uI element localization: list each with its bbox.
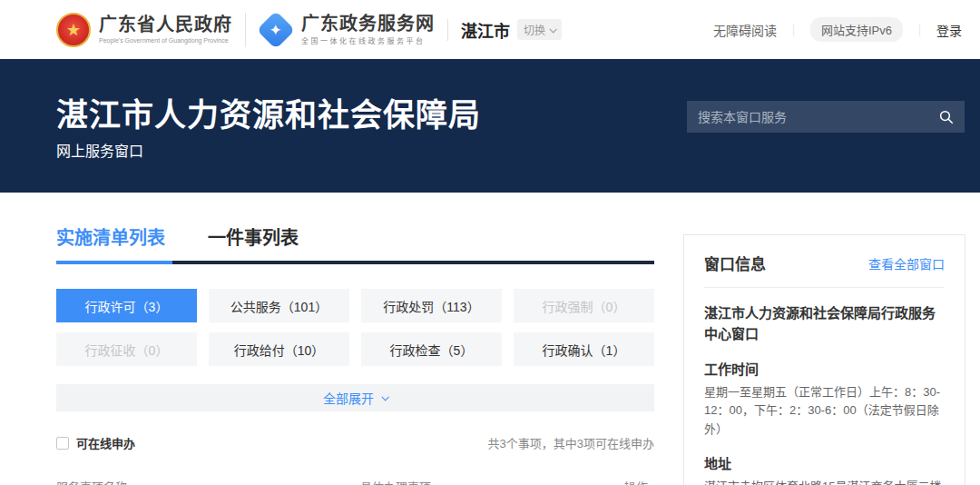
search-input[interactable] bbox=[687, 110, 928, 124]
work-time-text: 星期一至星期五（正常工作日）上午：8：30-12：00，下午：2：30-6：00… bbox=[704, 383, 945, 440]
expand-all-button[interactable]: 全部展开 bbox=[56, 384, 654, 411]
national-emblem-icon: ★ bbox=[56, 13, 91, 47]
top-links: 无障碍阅读 ｜ 网站支持IPv6 ｜ 登录 bbox=[713, 17, 962, 42]
online-filter-checkbox-wrap[interactable]: 可在线申办 bbox=[56, 434, 135, 451]
work-time-section: 工作时间 星期一至星期五（正常工作日）上午：8：30-12：00，下午：2：30… bbox=[704, 359, 945, 440]
divider bbox=[704, 287, 945, 288]
column-service-name: 服务事项名称 bbox=[56, 478, 127, 485]
category-administrative-penalty[interactable]: 行政处罚（113） bbox=[361, 289, 502, 322]
category-administrative-levy[interactable]: 行政征收（0） bbox=[56, 332, 197, 366]
service-logo-subtitle: 全国一体化在线政务服务平台 bbox=[301, 37, 435, 45]
chevron-down-icon bbox=[549, 25, 556, 33]
search-button[interactable] bbox=[928, 101, 965, 133]
service-list-header: 服务事项名称 具体办理事项 操作 bbox=[56, 478, 654, 485]
gov-logo-title: 广东省人民政府 bbox=[99, 15, 232, 35]
login-button[interactable]: 登录 bbox=[936, 21, 962, 39]
category-public-service[interactable]: 公共服务（101） bbox=[209, 289, 349, 322]
hero-banner: 湛江市人力资源和社会保障局 网上服务窗口 bbox=[0, 59, 980, 193]
items-count-summary: 共3个事项，其中3项可在线申办 bbox=[488, 434, 654, 451]
category-filter-grid: 行政许可（3） 公共服务（101） 行政处罚（113） 行政强制（0） 行政征收… bbox=[56, 289, 654, 366]
gov-logo-subtitle: People's Government of Guangdong Provinc… bbox=[99, 37, 232, 45]
service-logo-title: 广东政务服务网 bbox=[301, 14, 435, 35]
city-switch-button[interactable]: 切换 bbox=[517, 19, 562, 40]
work-time-heading: 工作时间 bbox=[704, 359, 945, 378]
search-icon bbox=[938, 109, 955, 125]
window-info-title: 窗口信息 bbox=[704, 252, 766, 274]
current-city: 湛江市 bbox=[461, 18, 510, 42]
tab-implementation-list[interactable]: 实施清单列表 bbox=[56, 223, 165, 250]
divider: ｜ bbox=[914, 21, 926, 38]
search-box bbox=[687, 101, 965, 133]
divider: ｜ bbox=[788, 21, 799, 38]
page-subtitle: 网上服务窗口 bbox=[56, 139, 143, 161]
address-heading: 地址 bbox=[704, 453, 945, 472]
category-administrative-payment[interactable]: 行政给付（10） bbox=[209, 332, 349, 366]
category-administrative-confirmation[interactable]: 行政确认（1） bbox=[514, 332, 654, 366]
tab-underline bbox=[56, 261, 654, 264]
category-administrative-license[interactable]: 行政许可（3） bbox=[56, 289, 197, 322]
ipv6-badge[interactable]: 网站支持IPv6 bbox=[810, 17, 903, 42]
tab-one-thing-list[interactable]: 一件事列表 bbox=[208, 223, 299, 250]
online-filter-row: 可在线申办 共3个事项，其中3项可在线申办 bbox=[56, 434, 654, 451]
address-text: 湛江市赤坎区体育北路15号湛江商务大厦二楼221、222号窗口 bbox=[704, 478, 945, 485]
service-window-name: 湛江市人力资源和社会保障局行政服务中心窗口 bbox=[704, 302, 945, 345]
category-administrative-inspection[interactable]: 行政检查（5） bbox=[361, 332, 502, 366]
chevron-down-icon bbox=[381, 393, 388, 401]
column-handling-items: 具体办理事项 bbox=[360, 478, 431, 485]
address-section: 地址 湛江市赤坎区体育北路15号湛江商务大厦二楼221、222号窗口 bbox=[704, 453, 945, 485]
gd-service-logo-icon: ✦ bbox=[257, 10, 295, 48]
brand-area: ★ 广东省人民政府 People's Government of Guangdo… bbox=[56, 13, 562, 47]
expand-all-label: 全部展开 bbox=[323, 389, 374, 407]
service-logo[interactable]: ✦ 广东政务服务网 全国一体化在线政务服务平台 bbox=[259, 14, 435, 45]
tab-bar: 实施清单列表 一件事列表 bbox=[56, 223, 299, 250]
gov-logo[interactable]: ★ 广东省人民政府 People's Government of Guangdo… bbox=[56, 13, 232, 47]
divider bbox=[447, 19, 448, 41]
online-filter-label: 可在线申办 bbox=[76, 434, 135, 451]
top-bar: ★ 广东省人民政府 People's Government of Guangdo… bbox=[0, 0, 980, 59]
category-administrative-coercion[interactable]: 行政强制（0） bbox=[514, 289, 654, 322]
window-info-card: 窗口信息 查看全部窗口 湛江市人力资源和社会保障局行政服务中心窗口 工作时间 星… bbox=[683, 234, 965, 485]
accessibility-link[interactable]: 无障碍阅读 bbox=[713, 21, 777, 39]
checkbox-icon[interactable] bbox=[56, 437, 69, 450]
view-all-windows-link[interactable]: 查看全部窗口 bbox=[868, 254, 945, 272]
column-action: 操作 bbox=[624, 478, 648, 485]
city-selector: 湛江市 切换 bbox=[461, 18, 562, 42]
city-switch-label: 切换 bbox=[524, 22, 545, 37]
page-title: 湛江市人力资源和社会保障局 bbox=[56, 89, 481, 135]
divider bbox=[245, 13, 246, 47]
